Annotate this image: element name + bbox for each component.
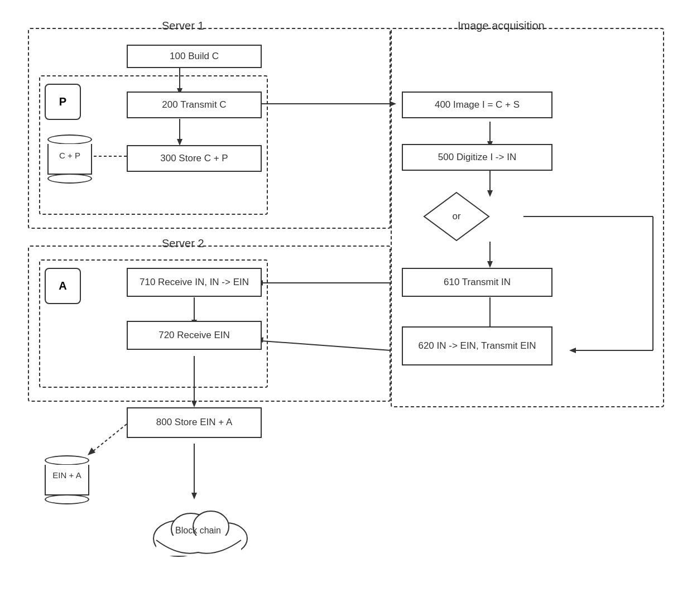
box-710: 710 Receive IN, IN -> EIN: [127, 268, 262, 297]
box-500: 500 Digitize I -> IN: [402, 144, 552, 171]
eina-cylinder: EIN + A: [45, 455, 89, 505]
server1-label: Server 1: [162, 20, 204, 32]
svg-marker-29: [88, 447, 95, 455]
image-acquisition-label: Image acquisition: [458, 20, 545, 32]
box-800: 800 Store EIN + A: [127, 407, 262, 438]
box-300: 300 Store C + P: [127, 145, 262, 172]
box-610: 610 Transmit IN: [402, 268, 552, 297]
server2-label: Server 2: [162, 237, 204, 250]
box-620: 620 IN -> EIN, Transmit EIN: [402, 326, 552, 365]
diagram: Server 1 P C + P 100 Build C 200 Transmi…: [11, 11, 681, 608]
svg-line-28: [92, 424, 127, 452]
a-box: A: [45, 268, 81, 304]
diamond-or: or: [423, 191, 490, 242]
box-400: 400 Image I = C + S: [402, 92, 552, 118]
box-720: 720 Receive EIN: [127, 321, 262, 350]
blockchain-cloud: Block chain: [145, 497, 251, 558]
blockchain-label: Block chain: [145, 526, 251, 536]
box-100: 100 Build C: [127, 45, 262, 68]
box-200: 200 Transmit C: [127, 92, 262, 118]
p-box: P: [45, 84, 81, 120]
cp-cylinder: C + P: [47, 134, 92, 184]
